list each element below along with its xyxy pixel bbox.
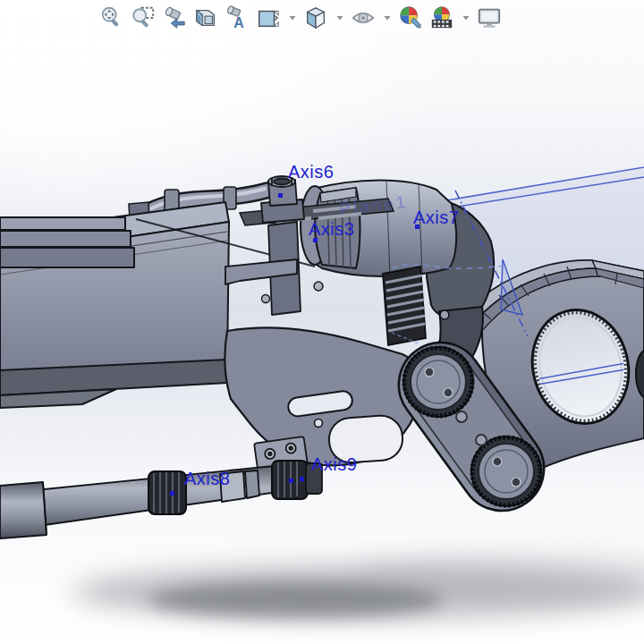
view-annotations-icon: A bbox=[225, 5, 250, 30]
section-view-icon bbox=[193, 5, 218, 30]
zoom-to-fit-icon bbox=[99, 5, 124, 30]
vent-grille bbox=[383, 267, 426, 345]
zoom-to-fit-button[interactable] bbox=[98, 4, 125, 31]
chevron-down-icon bbox=[288, 13, 297, 22]
display-style-icon bbox=[303, 5, 328, 30]
axis9-label[interactable]: Axis9 bbox=[311, 455, 357, 473]
section-view-button[interactable] bbox=[192, 4, 219, 31]
svg-text:A: A bbox=[233, 15, 244, 30]
previous-view-icon bbox=[162, 5, 187, 30]
lever-disc-top bbox=[403, 347, 473, 417]
display-style-dropdown[interactable] bbox=[334, 4, 345, 31]
hide-show-items-dropdown[interactable] bbox=[381, 4, 393, 31]
view-settings-icon bbox=[477, 5, 502, 30]
chevron-down-icon bbox=[335, 13, 344, 22]
previous-view-button[interactable] bbox=[161, 4, 188, 31]
axis7-label[interactable]: Axis7 bbox=[413, 208, 459, 226]
lever-disc-bottom bbox=[471, 436, 541, 506]
chevron-down-icon bbox=[462, 13, 470, 22]
solidworks-screen: A bbox=[0, 0, 644, 644]
edit-appearance-button[interactable] bbox=[397, 4, 424, 31]
heads-up-view-toolbar: A bbox=[0, 0, 644, 36]
hide-show-items-icon bbox=[351, 5, 376, 30]
view-orientation-button[interactable] bbox=[255, 4, 282, 31]
zoom-to-area-icon bbox=[131, 5, 156, 30]
view-orientation-dropdown[interactable] bbox=[286, 4, 298, 31]
apply-scene-dropdown[interactable] bbox=[460, 4, 471, 31]
hide-show-items-button[interactable] bbox=[350, 4, 377, 31]
ground-shadow bbox=[72, 553, 644, 619]
view-annotations-button[interactable]: A bbox=[224, 4, 250, 31]
axis6-label[interactable]: Axis6 bbox=[288, 163, 334, 181]
pump-rod[interactable] bbox=[0, 461, 322, 538]
view-settings-button[interactable] bbox=[476, 4, 503, 31]
edit-appearance-icon bbox=[398, 5, 423, 30]
chevron-down-icon bbox=[383, 13, 392, 22]
view-orientation-icon bbox=[256, 5, 281, 30]
axis3-label[interactable]: Axis3 bbox=[309, 220, 354, 238]
apply-scene-icon bbox=[429, 5, 454, 30]
display-style-button[interactable] bbox=[302, 4, 329, 31]
3d-model-scene[interactable] bbox=[0, 0, 644, 644]
axis8-label[interactable]: Axis8 bbox=[184, 470, 230, 487]
zoom-to-area-button[interactable] bbox=[130, 4, 157, 31]
apply-scene-button[interactable] bbox=[428, 4, 455, 31]
